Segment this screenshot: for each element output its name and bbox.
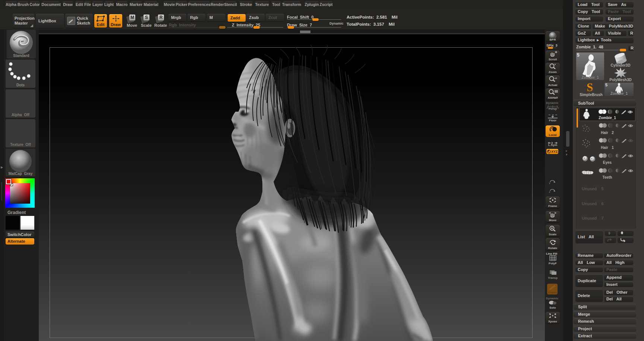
svg-text:x1: x1 xyxy=(555,77,557,79)
svg-text:y: y xyxy=(549,182,550,184)
svg-text:z: z xyxy=(549,191,550,193)
svg-text:S: S xyxy=(587,82,593,92)
